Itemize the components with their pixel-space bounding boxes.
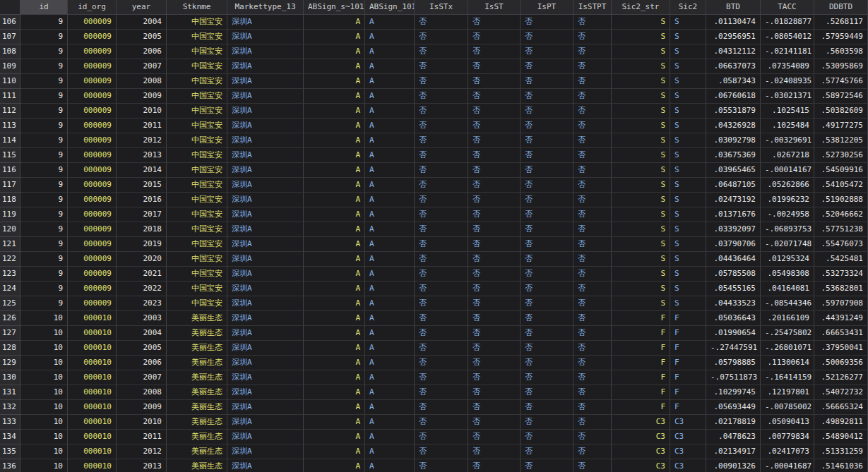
cell-IsSTPT[interactable]: 否 bbox=[573, 133, 612, 148]
cell-DDBTD[interactable]: .51461036 bbox=[814, 459, 868, 472]
cell-Stknme[interactable]: 中国宝安 bbox=[167, 296, 227, 311]
cell-ABSign_101[interactable]: A bbox=[365, 341, 415, 356]
cell-Stknme[interactable]: 美丽生态 bbox=[167, 356, 227, 370]
cell-year[interactable]: 2005 bbox=[117, 341, 167, 356]
cell-year[interactable]: 2007 bbox=[117, 59, 167, 74]
cell-id_org[interactable]: 000009 bbox=[68, 267, 117, 282]
cell-DDBTD[interactable]: .54105472 bbox=[814, 178, 868, 193]
cell-Markettype_13[interactable]: 深圳A bbox=[227, 15, 304, 30]
cell-IsSTx[interactable]: 否 bbox=[415, 163, 468, 178]
cell-BTD[interactable]: .05798885 bbox=[706, 356, 761, 370]
cell-BTD[interactable]: .0587343 bbox=[706, 74, 761, 89]
cell-IsSTPT[interactable]: 否 bbox=[573, 311, 612, 326]
cell-IsST[interactable]: 否 bbox=[468, 415, 521, 430]
cell-IsSTx[interactable]: 否 bbox=[415, 267, 468, 282]
row-number[interactable]: 124 bbox=[0, 282, 20, 296]
cell-Markettype_13[interactable]: 深圳A bbox=[227, 311, 304, 326]
cell-IsPT[interactable]: 否 bbox=[521, 207, 573, 222]
cell-IsSTx[interactable]: 否 bbox=[415, 415, 468, 430]
cell-IsPT[interactable]: 否 bbox=[521, 119, 573, 133]
row-number[interactable]: 131 bbox=[0, 385, 20, 400]
cell-Sic2_str[interactable]: F bbox=[612, 311, 670, 326]
row-number[interactable]: 125 bbox=[0, 296, 20, 311]
cell-Markettype_13[interactable]: 深圳A bbox=[227, 207, 304, 222]
cell-Sic2_str[interactable]: C3 bbox=[612, 430, 670, 444]
cell-Sic2[interactable]: S bbox=[670, 15, 706, 30]
cell-ABSign_s_101[interactable]: A bbox=[304, 400, 365, 415]
cell-IsST[interactable]: 否 bbox=[468, 282, 521, 296]
cell-Stknme[interactable]: 中国宝安 bbox=[167, 207, 227, 222]
cell-Sic2[interactable]: F bbox=[670, 341, 706, 356]
cell-Sic2[interactable]: S bbox=[670, 89, 706, 104]
cell-Stknme[interactable]: 中国宝安 bbox=[167, 237, 227, 252]
cell-id_org[interactable]: 000009 bbox=[68, 148, 117, 163]
cell-Markettype_13[interactable]: 深圳A bbox=[227, 74, 304, 89]
cell-IsST[interactable]: 否 bbox=[468, 296, 521, 311]
cell-id_org[interactable]: 000010 bbox=[68, 430, 117, 444]
cell-Sic2[interactable]: S bbox=[670, 178, 706, 193]
cell-Markettype_13[interactable]: 深圳A bbox=[227, 89, 304, 104]
cell-BTD[interactable]: .06760618 bbox=[706, 89, 761, 104]
cell-IsSTPT[interactable]: 否 bbox=[573, 267, 612, 282]
cell-year[interactable]: 2010 bbox=[117, 415, 167, 430]
cell-Sic2_str[interactable]: S bbox=[612, 104, 670, 119]
cell-IsPT[interactable]: 否 bbox=[521, 282, 573, 296]
cell-id[interactable]: 10 bbox=[20, 400, 68, 415]
cell-ABSign_s_101[interactable]: A bbox=[304, 282, 365, 296]
cell-id_org[interactable]: 000009 bbox=[68, 119, 117, 133]
cell-id[interactable]: 9 bbox=[20, 59, 68, 74]
cell-id[interactable]: 9 bbox=[20, 237, 68, 252]
cell-IsPT[interactable]: 否 bbox=[521, 133, 573, 148]
cell-id[interactable]: 9 bbox=[20, 74, 68, 89]
cell-Markettype_13[interactable]: 深圳A bbox=[227, 415, 304, 430]
cell-Sic2[interactable]: S bbox=[670, 193, 706, 207]
cell-Markettype_13[interactable]: 深圳A bbox=[227, 104, 304, 119]
cell-TACC[interactable]: .1025415 bbox=[761, 104, 814, 119]
cell-IsST[interactable]: 否 bbox=[468, 15, 521, 30]
cell-DDBTD[interactable]: .54509916 bbox=[814, 163, 868, 178]
cell-DDBTD[interactable]: .50382609 bbox=[814, 104, 868, 119]
cell-ABSign_s_101[interactable]: A bbox=[304, 370, 365, 385]
cell-Sic2[interactable]: S bbox=[670, 237, 706, 252]
cell-year[interactable]: 2013 bbox=[117, 148, 167, 163]
cell-id[interactable]: 9 bbox=[20, 148, 68, 163]
cell-IsPT[interactable]: 否 bbox=[521, 341, 573, 356]
cell-TACC[interactable]: .1025484 bbox=[761, 119, 814, 133]
cell-Sic2_str[interactable]: S bbox=[612, 222, 670, 237]
cell-IsST[interactable]: 否 bbox=[468, 430, 521, 444]
cell-id[interactable]: 10 bbox=[20, 311, 68, 326]
cell-IsPT[interactable]: 否 bbox=[521, 59, 573, 74]
cell-year[interactable]: 2009 bbox=[117, 400, 167, 415]
cell-year[interactable]: 2005 bbox=[117, 30, 167, 44]
cell-year[interactable]: 2008 bbox=[117, 74, 167, 89]
cell-Markettype_13[interactable]: 深圳A bbox=[227, 30, 304, 44]
cell-IsSTx[interactable]: 否 bbox=[415, 133, 468, 148]
cell-id[interactable]: 10 bbox=[20, 415, 68, 430]
cell-id_org[interactable]: 000010 bbox=[68, 326, 117, 341]
cell-Stknme[interactable]: 中国宝安 bbox=[167, 15, 227, 30]
cell-Sic2[interactable]: S bbox=[670, 163, 706, 178]
cell-IsST[interactable]: 否 bbox=[468, 252, 521, 267]
cell-Sic2_str[interactable]: F bbox=[612, 326, 670, 341]
cell-IsSTPT[interactable]: 否 bbox=[573, 444, 612, 459]
cell-IsST[interactable]: 否 bbox=[468, 370, 521, 385]
cell-Sic2[interactable]: S bbox=[670, 207, 706, 222]
cell-BTD[interactable]: .01990654 bbox=[706, 326, 761, 341]
cell-id[interactable]: 9 bbox=[20, 267, 68, 282]
cell-Stknme[interactable]: 美丽生态 bbox=[167, 430, 227, 444]
cell-Markettype_13[interactable]: 深圳A bbox=[227, 459, 304, 472]
cell-Markettype_13[interactable]: 深圳A bbox=[227, 222, 304, 237]
cell-IsPT[interactable]: 否 bbox=[521, 459, 573, 472]
cell-id_org[interactable]: 000009 bbox=[68, 104, 117, 119]
cell-id[interactable]: 9 bbox=[20, 296, 68, 311]
cell-IsSTPT[interactable]: 否 bbox=[573, 163, 612, 178]
cell-ABSign_s_101[interactable]: A bbox=[304, 15, 365, 30]
cell-TACC[interactable]: .11300614 bbox=[761, 356, 814, 370]
cell-IsSTx[interactable]: 否 bbox=[415, 385, 468, 400]
cell-IsSTx[interactable]: 否 bbox=[415, 89, 468, 104]
column-header-DDBTD[interactable]: DDBTD bbox=[814, 0, 868, 15]
cell-BTD[interactable]: .04436464 bbox=[706, 252, 761, 267]
cell-Sic2[interactable]: F bbox=[670, 385, 706, 400]
cell-ABSign_101[interactable]: A bbox=[365, 385, 415, 400]
cell-IsSTPT[interactable]: 否 bbox=[573, 430, 612, 444]
